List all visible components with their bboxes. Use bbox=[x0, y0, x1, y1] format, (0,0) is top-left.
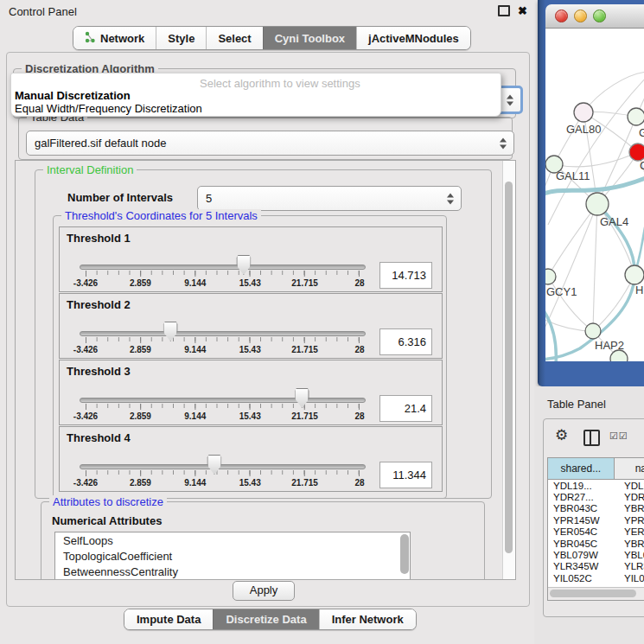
attributes-group: Attributes to discretize Numerical Attri… bbox=[41, 501, 485, 580]
node-label-gcy1: GCY1 bbox=[546, 285, 577, 298]
threshold-4-panel: Threshold 4 -3.426 2.859 9.144 bbox=[59, 426, 443, 492]
tab-infer-network[interactable]: Infer Network bbox=[319, 609, 416, 629]
slider-major-ticks bbox=[86, 470, 360, 476]
threshold-3-slider[interactable]: -3.426 2.859 9.144 15.43 21.715 28 bbox=[80, 383, 366, 423]
threshold-4-slider[interactable]: -3.426 2.859 9.144 15.43 21.715 28 bbox=[80, 450, 366, 489]
node-h[interactable] bbox=[625, 265, 644, 284]
tab-impute-data[interactable]: Impute Data bbox=[124, 609, 213, 629]
table-row[interactable]: YER054CYER05 bbox=[548, 526, 644, 538]
node[interactable] bbox=[628, 108, 644, 125]
threshold-1-value-field[interactable]: 14.713 bbox=[379, 262, 432, 289]
bottom-tabstrip: Impute Data Discretize Data Infer Networ… bbox=[124, 609, 417, 630]
attributes-group-title: Attributes to discretize bbox=[49, 495, 167, 508]
close-traffic-light-icon[interactable] bbox=[555, 10, 568, 22]
node-selected-red[interactable] bbox=[629, 143, 644, 161]
screen: Control Panel ✖ Network S bbox=[0, 0, 644, 644]
combo-arrows-icon bbox=[447, 193, 455, 204]
threshold-4-value-field[interactable]: 11.344 bbox=[379, 462, 432, 488]
threshold-2-slider[interactable]: -3.426 2.859 9.144 15.43 21.715 28 bbox=[80, 316, 366, 356]
select-checkboxes-icon[interactable]: ☑☑ bbox=[609, 430, 628, 442]
tab-discretize-data[interactable]: Discretize Data bbox=[213, 609, 318, 629]
column-header-shared[interactable]: shared... bbox=[548, 458, 615, 479]
table-header-row: shared... na bbox=[548, 458, 644, 480]
node-attribute-table[interactable]: shared... na YDL19...YDL19 YDR27...YDR27… bbox=[547, 457, 644, 601]
table-row[interactable]: YPR145WYPR14 bbox=[548, 514, 644, 526]
node-gal80[interactable] bbox=[574, 103, 593, 122]
tab-network[interactable]: Network bbox=[73, 27, 156, 49]
gear-icon[interactable]: ⚙ bbox=[555, 428, 568, 443]
column-header-name[interactable]: na bbox=[615, 458, 644, 479]
table-row[interactable]: YDL19...YDL19 bbox=[548, 480, 644, 491]
scrollbar-thumb[interactable] bbox=[505, 182, 513, 553]
control-panel-title: Control Panel bbox=[0, 5, 77, 18]
close-icon[interactable]: ✖ bbox=[518, 5, 527, 16]
threshold-1-panel: Threshold 1 -3.426 2.859 9.144 bbox=[59, 226, 443, 292]
popup-option-manual-discretization[interactable]: Manual Discretization bbox=[15, 89, 131, 102]
minimize-traffic-light-icon[interactable] bbox=[574, 10, 587, 22]
network-icon bbox=[85, 31, 96, 46]
list-item[interactable]: BetweennessCentrality bbox=[55, 564, 410, 579]
table-panel-box: ⚙ ☑☑ shared... na YDL19...YDL19 YDR27...… bbox=[543, 418, 644, 617]
table-row[interactable]: YBL079WYBL07 bbox=[548, 549, 644, 560]
zoom-traffic-light-icon[interactable] bbox=[593, 10, 606, 22]
threshold-1-slider[interactable]: -3.426 2.859 9.144 15.43 21.715 28 bbox=[80, 250, 366, 290]
node-gcy1[interactable] bbox=[545, 269, 556, 284]
table-horizontal-scrollbar[interactable] bbox=[548, 587, 644, 600]
thresholds-group: Threshold's Coordinates for 5 Intervals … bbox=[53, 215, 447, 499]
table-data-group: Table Data galFiltered.sif default node bbox=[18, 117, 513, 160]
threshold-1-label: Threshold 1 bbox=[67, 232, 131, 245]
threshold-2-panel: Threshold 2 -3.426 2.859 9.144 bbox=[59, 293, 443, 359]
threshold-4-label: Threshold 4 bbox=[67, 431, 131, 444]
node-label-gal4: GAL4 bbox=[600, 215, 628, 228]
settings-scrollbar[interactable] bbox=[502, 161, 515, 579]
table-row[interactable]: YBR045CYBR04 bbox=[548, 538, 644, 549]
threshold-3-panel: Threshold 3 -3.426 2.859 9.144 bbox=[59, 360, 443, 425]
node-label-clipped-c: C bbox=[640, 159, 644, 172]
threshold-2-label: Threshold 2 bbox=[67, 298, 131, 311]
slider-major-ticks bbox=[86, 271, 360, 277]
table-row[interactable]: YBR043CYBR04 bbox=[548, 503, 644, 514]
network-canvas[interactable]: GAL80 GA C GAL11 GAL4 GCY1 H HAP2 bbox=[545, 29, 644, 361]
number-of-intervals-combobox[interactable]: 5 bbox=[197, 186, 462, 211]
tab-cyni-toolbox[interactable]: Cyni Toolbox bbox=[263, 27, 356, 49]
numerical-attributes-label: Numerical Attributes bbox=[52, 514, 162, 527]
combo-arrows-icon bbox=[500, 137, 507, 149]
interval-definition-group-title: Interval Definition bbox=[43, 163, 137, 176]
table-row[interactable]: YLR345WYLR34 bbox=[548, 561, 644, 572]
network-graph: GAL80 GA C GAL11 GAL4 GCY1 H HAP2 bbox=[545, 29, 644, 361]
node-label-clipped-h: H bbox=[635, 284, 643, 296]
threshold-3-label: Threshold 3 bbox=[67, 365, 131, 378]
node-label-hap2: HAP2 bbox=[595, 339, 624, 352]
apply-button[interactable]: Apply bbox=[233, 581, 295, 601]
thresholds-group-title: Threshold's Coordinates for 5 Intervals bbox=[61, 209, 261, 222]
node-label-clipped-ga: GA bbox=[639, 126, 644, 139]
table-panel-title: Table Panel bbox=[547, 398, 606, 411]
table-row[interactable]: YDR27...YDR27 bbox=[548, 491, 644, 502]
tab-style[interactable]: Style bbox=[156, 27, 206, 49]
slider-major-ticks bbox=[86, 337, 360, 343]
threshold-3-value-field[interactable]: 21.4 bbox=[379, 395, 432, 422]
columns-icon[interactable] bbox=[583, 430, 600, 446]
slider-major-ticks bbox=[86, 404, 360, 410]
popup-option-equal-width-frequency[interactable]: Equal Width/Frequency Discretization bbox=[15, 102, 202, 115]
numerical-attributes-list[interactable]: SelfLoops TopologicalCoefficient Between… bbox=[54, 532, 411, 580]
list-item[interactable]: SelfLoops bbox=[55, 532, 410, 548]
tab-select[interactable]: Select bbox=[206, 27, 262, 49]
table-data-combobox[interactable]: galFiltered.sif default node bbox=[26, 131, 514, 156]
scrollbar-thumb[interactable] bbox=[550, 590, 636, 597]
cyni-toolbox-panel: Discretization Algorithm Table Data galF… bbox=[6, 52, 530, 607]
table-row[interactable]: YIL052CYIL05 bbox=[548, 572, 644, 583]
table-panel: Table Panel ⚙ ☑☑ shared... na YDL19...YD… bbox=[534, 386, 644, 644]
number-of-intervals-label: Number of Intervals bbox=[67, 191, 173, 204]
control-panel-titlebar: Control Panel ✖ bbox=[0, 0, 534, 22]
tab-jactivemnodules[interactable]: jActiveMNodules bbox=[356, 27, 470, 49]
node-hap2[interactable] bbox=[585, 323, 601, 339]
threshold-2-value-field[interactable]: 6.316 bbox=[379, 328, 432, 355]
list-scrollbar[interactable] bbox=[400, 534, 409, 574]
network-window-titlebar[interactable] bbox=[545, 4, 644, 29]
list-item[interactable]: TopologicalCoefficient bbox=[55, 548, 410, 564]
float-window-icon[interactable] bbox=[498, 5, 510, 16]
node-label-gal80: GAL80 bbox=[566, 123, 601, 136]
node-gal4[interactable] bbox=[586, 193, 609, 215]
node-label-gal11: GAL11 bbox=[556, 169, 590, 182]
